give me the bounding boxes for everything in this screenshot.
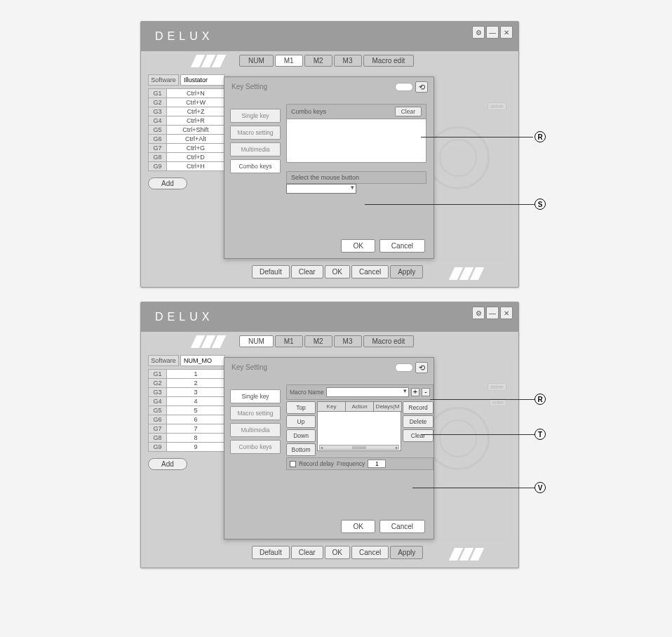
option-multimedia[interactable]: Multimedia bbox=[230, 142, 281, 156]
remove-macro-button[interactable]: - bbox=[422, 388, 430, 396]
g-row[interactable]: G5Ctrl+Shift bbox=[148, 125, 225, 135]
bg-delete-button: delete bbox=[488, 383, 506, 391]
modal-top-controls: ⟲ bbox=[395, 81, 428, 93]
g-row[interactable]: G6Ctrl+Alt bbox=[148, 134, 225, 144]
software-select[interactable]: Illustator bbox=[180, 74, 225, 86]
cancel-button[interactable]: Cancel bbox=[351, 265, 389, 279]
option-macro-setting[interactable]: Macro setting bbox=[230, 406, 281, 420]
record-delay-checkbox[interactable] bbox=[290, 461, 296, 467]
top-button[interactable]: Top bbox=[286, 401, 316, 414]
modal-ok-button[interactable]: OK bbox=[341, 520, 375, 533]
g-row[interactable]: G2Ctrl+W bbox=[148, 98, 225, 107]
tab-m3[interactable]: M3 bbox=[334, 55, 362, 67]
modal-cancel-button[interactable]: Cancel bbox=[379, 520, 425, 533]
reset-icon[interactable]: ⟲ bbox=[415, 362, 428, 373]
scrollbar[interactable]: ◂▸ bbox=[319, 445, 399, 450]
modal-top-controls: ⟲ bbox=[395, 362, 428, 373]
option-single-key[interactable]: Single key bbox=[230, 389, 281, 403]
software-select[interactable]: NUM_MO bbox=[180, 355, 225, 366]
macro-steps-list[interactable]: ◂▸ bbox=[317, 412, 401, 451]
record-button[interactable]: Record bbox=[403, 401, 434, 414]
clear-combo-button[interactable]: Clear bbox=[395, 107, 422, 116]
g-row[interactable]: G9Ctrl+H bbox=[148, 161, 225, 171]
stripes-decoration bbox=[194, 335, 225, 348]
modal-cancel-button[interactable]: Cancel bbox=[379, 239, 425, 253]
setting-type-list: Single key Macro setting Multimedia Comb… bbox=[230, 109, 281, 173]
g-row[interactable]: G7Ctrl+G bbox=[148, 143, 225, 153]
tab-num[interactable]: NUM bbox=[239, 55, 274, 67]
down-button[interactable]: Down bbox=[286, 429, 316, 442]
clear-steps-button[interactable]: Clear bbox=[403, 429, 434, 442]
bottom-button[interactable]: Bottom bbox=[286, 443, 316, 456]
col-action: Action bbox=[345, 401, 374, 412]
g-key-table: G1Ctrl+N G2Ctrl+W G3Ctrl+Z G4Ctrl+R G5Ct… bbox=[148, 88, 225, 171]
tab-m3[interactable]: M3 bbox=[334, 335, 362, 347]
delete-step-button[interactable]: Delete bbox=[403, 415, 434, 428]
default-button[interactable]: Default bbox=[252, 546, 290, 559]
combo-keys-panel: Combo keys Clear Select the mouse button bbox=[286, 104, 426, 194]
g-row[interactable]: G77 bbox=[148, 424, 225, 434]
gear-icon[interactable]: ⚙ bbox=[472, 307, 485, 319]
apply-button[interactable]: Apply bbox=[390, 546, 423, 559]
g-row[interactable]: G55 bbox=[148, 405, 225, 415]
g-row[interactable]: G66 bbox=[148, 415, 225, 424]
bg-delete-button: delete bbox=[488, 102, 506, 110]
g-row[interactable]: G3Ctrl+Z bbox=[148, 107, 225, 116]
window-controls: ⚙ — ✕ bbox=[472, 26, 513, 39]
clear-button[interactable]: Clear bbox=[291, 546, 323, 559]
ok-button[interactable]: OK bbox=[325, 265, 350, 279]
tab-m1[interactable]: M1 bbox=[275, 55, 303, 67]
tab-m2[interactable]: M2 bbox=[304, 55, 332, 67]
apply-button[interactable]: Apply bbox=[390, 265, 423, 279]
g-row[interactable]: G44 bbox=[148, 396, 225, 406]
g-row[interactable]: G8Ctrl+D bbox=[148, 152, 225, 162]
minimize-icon[interactable]: — bbox=[486, 26, 499, 39]
combo-keys-textarea[interactable] bbox=[286, 119, 426, 163]
key-setting-modal: Key Setting ⟲ Single key Macro setting M… bbox=[224, 76, 434, 259]
combo-keys-label: Combo keys bbox=[291, 108, 326, 115]
g-row[interactable]: G11 bbox=[148, 369, 225, 379]
minimize-icon[interactable]: — bbox=[486, 307, 499, 319]
gear-icon[interactable]: ⚙ bbox=[472, 26, 485, 39]
option-macro-setting[interactable]: Macro setting bbox=[230, 126, 281, 140]
option-combo-keys[interactable]: Combo keys bbox=[230, 159, 281, 173]
g-row[interactable]: G22 bbox=[148, 378, 225, 388]
option-multimedia[interactable]: Multimedia bbox=[230, 423, 281, 437]
close-icon[interactable]: ✕ bbox=[500, 307, 513, 319]
g-row[interactable]: G4Ctrl+R bbox=[148, 116, 225, 126]
ok-button[interactable]: OK bbox=[325, 546, 350, 559]
toggle-switch[interactable] bbox=[395, 83, 413, 91]
clear-button[interactable]: Clear bbox=[291, 265, 323, 279]
frequency-input[interactable]: 1 bbox=[368, 460, 386, 468]
modal-ok-button[interactable]: OK bbox=[341, 239, 375, 253]
tab-m2[interactable]: M2 bbox=[304, 335, 332, 347]
g-row[interactable]: G1Ctrl+N bbox=[148, 88, 225, 98]
g-row[interactable]: G33 bbox=[148, 387, 225, 397]
g-row[interactable]: G88 bbox=[148, 433, 225, 443]
up-button[interactable]: Up bbox=[286, 415, 316, 428]
add-button[interactable]: Add bbox=[148, 177, 187, 189]
titlebar: DELUX ⚙ — ✕ bbox=[141, 22, 518, 51]
cancel-button[interactable]: Cancel bbox=[351, 546, 389, 559]
toggle-switch[interactable] bbox=[395, 363, 413, 372]
software-label: Software bbox=[148, 355, 179, 366]
tab-macro-edit[interactable]: Macro edit bbox=[363, 335, 415, 347]
default-button[interactable]: Default bbox=[252, 265, 290, 279]
g-row[interactable]: G99 bbox=[148, 442, 225, 452]
tab-num[interactable]: NUM bbox=[239, 335, 274, 347]
reorder-buttons: Top Up Down Bottom bbox=[286, 401, 316, 456]
mouse-button-select[interactable] bbox=[286, 184, 356, 194]
modal-buttons: OK Cancel bbox=[341, 520, 425, 533]
add-button[interactable]: Add bbox=[148, 458, 187, 470]
macro-name-select[interactable] bbox=[326, 387, 409, 397]
close-icon[interactable]: ✕ bbox=[500, 26, 513, 39]
callout-s: S bbox=[535, 199, 546, 210]
add-macro-button[interactable]: + bbox=[411, 388, 419, 396]
reset-icon[interactable]: ⟲ bbox=[415, 81, 428, 93]
tab-macro-edit[interactable]: Macro edit bbox=[363, 55, 415, 67]
key-setting-modal: Key Setting ⟲ Single key Macro setting M… bbox=[224, 357, 434, 539]
option-single-key[interactable]: Single key bbox=[230, 109, 281, 123]
option-combo-keys[interactable]: Combo keys bbox=[230, 440, 281, 454]
tab-m1[interactable]: M1 bbox=[275, 335, 303, 347]
mode-tabs: NUM M1 M2 M3 Macro edit bbox=[239, 55, 414, 67]
